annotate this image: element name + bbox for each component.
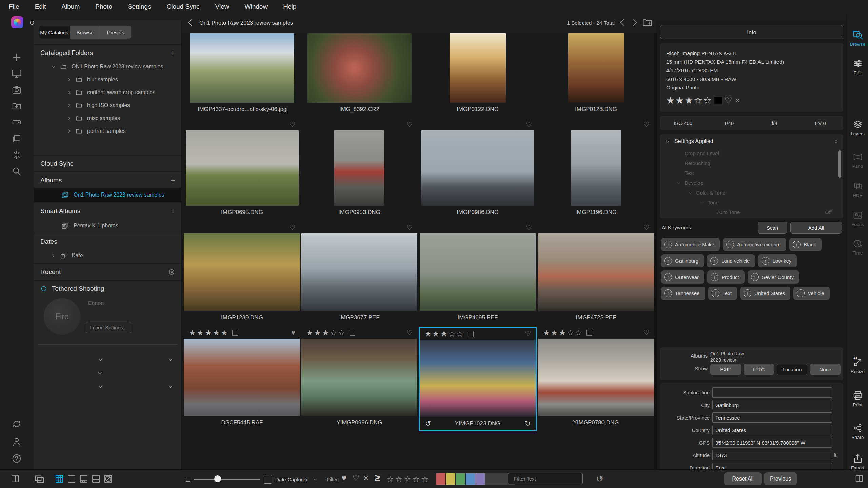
photo-tile[interactable]: ★★★★★ ♥ DSCF5445.RAF: [184, 327, 300, 431]
recent-header[interactable]: Recent: [34, 264, 181, 280]
tab-my-catalogs[interactable]: My Catalogs: [39, 26, 70, 39]
photo-tile[interactable]: ♡ IMGP0953.DNG: [301, 119, 417, 219]
photo-tile[interactable]: ★★★☆☆ ♡ YIMGP0780.DNG: [538, 327, 654, 431]
chevron-right-icon[interactable]: [66, 77, 72, 82]
photo-thumbnail[interactable]: [184, 233, 300, 311]
compare-view-icon[interactable]: [91, 474, 101, 484]
import-settings-button[interactable]: Import Settings...: [86, 322, 131, 333]
camera-icon[interactable]: [12, 85, 22, 95]
chevron-down-icon[interactable]: [313, 477, 318, 482]
city-input[interactable]: [712, 400, 832, 410]
clear-recent-icon[interactable]: [168, 268, 175, 276]
sync-icon[interactable]: [12, 419, 22, 429]
help-icon[interactable]: [12, 453, 22, 464]
add-keyword-icon[interactable]: ↑: [744, 289, 751, 297]
tab-presets[interactable]: Presets: [100, 26, 131, 39]
photo-thumbnail[interactable]: [334, 130, 384, 206]
like-icon[interactable]: ♡: [643, 121, 649, 129]
photo-tile[interactable]: IMGP4337-ocudro...atic-sky-06.jpg: [184, 33, 300, 116]
photo-tile[interactable]: IMGP0128.DNG: [538, 33, 654, 116]
like-icon[interactable]: ♡: [643, 224, 649, 232]
rating-stars[interactable]: ★★★★★: [189, 328, 229, 338]
fire-button[interactable]: Fire: [44, 298, 80, 335]
copies-stack-icon[interactable]: [12, 134, 22, 144]
add-folder-plus-icon[interactable]: +: [171, 50, 175, 56]
photo-tile-selected[interactable]: ★★★☆☆ ♡ ↺ YIMGP1023.DNG ↻: [419, 327, 537, 431]
show-tab-location[interactable]: Location: [777, 364, 807, 375]
altitude-input[interactable]: [712, 450, 832, 460]
keyword-chip[interactable]: ↑Product: [707, 270, 745, 284]
like-icon[interactable]: ♡: [406, 224, 413, 232]
chevron-down-icon[interactable]: [51, 64, 56, 69]
info-tab-button[interactable]: Info: [660, 25, 843, 39]
chevron-down-icon[interactable]: [699, 200, 704, 205]
photo-tile[interactable]: ♡ IMGP1239.DNG: [184, 222, 300, 324]
rating-stars[interactable]: ★★★☆☆: [306, 328, 346, 338]
reset-all-button[interactable]: Reset All: [724, 472, 762, 485]
panel-toggle-icon[interactable]: [10, 474, 20, 484]
folder-child-row[interactable]: portrait samples: [34, 125, 181, 138]
map-view-icon[interactable]: [103, 474, 113, 484]
keyword-chip[interactable]: ↑Automobile Make: [661, 238, 720, 251]
rotate-left-icon[interactable]: ↺: [425, 419, 431, 428]
menu-window[interactable]: Window: [245, 3, 268, 11]
add-keyword-icon[interactable]: ↑: [793, 241, 801, 248]
photo-thumbnail[interactable]: [421, 130, 534, 206]
user-icon[interactable]: [12, 436, 22, 447]
filter-liked-icon[interactable]: ♥: [342, 474, 346, 483]
keyword-chip[interactable]: ↑Black: [789, 238, 822, 251]
thumb-size-knob[interactable]: [214, 475, 221, 482]
show-tab-none[interactable]: None: [810, 364, 841, 375]
filter-text-input[interactable]: [513, 475, 582, 482]
reject-icon[interactable]: ×: [735, 93, 740, 108]
photo-tile[interactable]: ♡ IMGP0695.DNG: [184, 119, 300, 219]
menu-edit[interactable]: Edit: [35, 3, 46, 11]
photo-tile[interactable]: ♡ IMGP0986.DNG: [419, 119, 537, 219]
keyword-chip[interactable]: ↑Text: [708, 287, 737, 300]
rating-stars[interactable]: ★★★☆☆: [543, 328, 583, 338]
menu-photo[interactable]: Photo: [95, 3, 112, 11]
add-keyword-icon[interactable]: ↑: [712, 289, 719, 297]
module-resize[interactable]: AI Resize: [847, 357, 868, 374]
color-swatch-yellow[interactable]: [446, 473, 455, 485]
thumb-size-slider[interactable]: [194, 479, 260, 480]
albums-header[interactable]: Albums +: [34, 172, 181, 188]
keyword-chip[interactable]: ↑Gatlinburg: [661, 254, 704, 267]
add-keyword-icon[interactable]: ↑: [762, 257, 769, 265]
folder-child-row[interactable]: blur samples: [34, 73, 181, 86]
like-icon[interactable]: ♡: [525, 330, 531, 338]
previous-photo-icon[interactable]: [618, 18, 627, 27]
state-province-input[interactable]: [712, 412, 832, 423]
like-icon[interactable]: ♥: [291, 329, 295, 337]
filter-not-liked-icon[interactable]: ♡: [353, 474, 359, 483]
collapsed-chevron-icon[interactable]: [167, 384, 173, 390]
dual-display-icon[interactable]: [34, 474, 45, 485]
add-keyword-icon[interactable]: ↑: [664, 289, 672, 297]
right-panel-toggle-icon[interactable]: [854, 474, 864, 483]
photo-thumbnail[interactable]: [186, 130, 299, 206]
rating-stars[interactable]: ★★★☆☆: [666, 93, 712, 108]
photo-tile[interactable]: ♡ IMGP3677.PEF: [301, 222, 417, 324]
color-label-chip[interactable]: [350, 330, 355, 336]
photo-thumbnail[interactable]: [538, 233, 654, 311]
photo-thumbnail[interactable]: [538, 339, 654, 416]
settings-group-tone[interactable]: Tone: [660, 198, 843, 207]
menu-file[interactable]: File: [9, 3, 19, 11]
cataloged-folders-header[interactable]: Cataloged Folders +: [34, 45, 181, 60]
keyword-chip[interactable]: ↑Land vehicle: [707, 254, 755, 267]
settings-scrollbar[interactable]: [838, 150, 841, 178]
grid-view-icon[interactable]: [54, 474, 64, 484]
monitor-icon[interactable]: [12, 68, 22, 79]
keyword-chip[interactable]: ↑Sevier County: [748, 270, 799, 284]
like-icon[interactable]: ♡: [406, 121, 413, 129]
like-icon[interactable]: ♡: [289, 121, 295, 129]
country-input[interactable]: [712, 425, 832, 435]
chevron-down-icon[interactable]: [688, 190, 693, 195]
greater-equal-icon[interactable]: ≥: [375, 473, 380, 483]
menu-settings[interactable]: Settings: [128, 3, 151, 11]
like-icon[interactable]: ♡: [406, 329, 413, 337]
settings-applied-header[interactable]: Settings Applied: [660, 134, 843, 148]
color-swatch-red[interactable]: [436, 473, 445, 485]
menu-cloud-sync[interactable]: Cloud Sync: [167, 3, 200, 11]
photo-tile[interactable]: IMGP0122.DNG: [419, 33, 537, 116]
